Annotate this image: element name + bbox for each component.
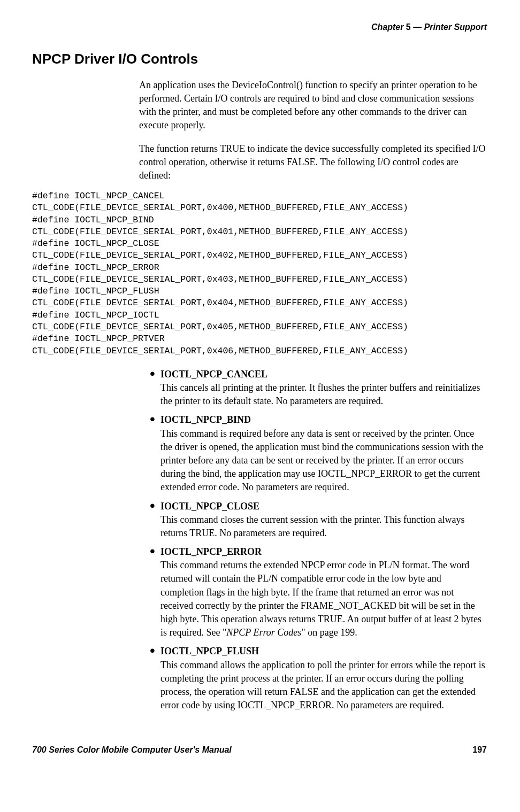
item-description: This command allows the application to p… (160, 659, 487, 713)
item-description: This command is required before any data… (160, 427, 487, 494)
section-title: NPCP Driver I/O Controls (32, 49, 487, 68)
code-definitions: #define IOCTL_NPCP_CANCEL CTL_CODE(FILE_… (32, 190, 487, 357)
item-title: IOCTL_NPCP_FLUSH (160, 645, 487, 658)
item-title: IOCTL_NPCP_BIND (160, 413, 487, 427)
desc-pre: This command returns the extended NPCP e… (160, 560, 481, 638)
page-header: Chapter 5 — Printer Support (32, 21, 487, 33)
item-title: IOCTL_NPCP_CANCEL (160, 368, 487, 381)
ioctl-list: IOCTL_NPCP_CANCEL This cancels all print… (139, 368, 487, 713)
item-description: This cancels all printing at the printer… (160, 381, 487, 408)
paragraph-1: An application uses the DeviceIoControl(… (139, 79, 487, 133)
paragraph-2: The function returns TRUE to indicate th… (139, 142, 487, 183)
header-separator: — (413, 22, 422, 32)
item-description: This command returns the extended NPCP e… (160, 559, 487, 639)
desc-italic: NPCP Error Codes (226, 627, 301, 638)
chapter-title: Printer Support (424, 22, 487, 32)
page-number: 197 (472, 744, 487, 756)
list-item: IOCTL_NPCP_BIND This command is required… (150, 413, 487, 494)
list-item: IOCTL_NPCP_CLOSE This command closes the… (150, 500, 487, 540)
chapter-number: 5 (406, 22, 411, 32)
chapter-label: Chapter (371, 22, 403, 32)
page-footer: 700 Series Color Mobile Computer User's … (32, 744, 487, 756)
item-description: This command closes the current session … (160, 513, 487, 540)
list-item: IOCTL_NPCP_ERROR This command returns th… (150, 545, 487, 639)
item-title: IOCTL_NPCP_ERROR (160, 545, 487, 559)
footer-title: 700 Series Color Mobile Computer User's … (32, 744, 232, 756)
desc-post: " on page 199. (301, 627, 357, 638)
list-item: IOCTL_NPCP_FLUSH This command allows the… (150, 645, 487, 712)
item-title: IOCTL_NPCP_CLOSE (160, 500, 487, 513)
list-item: IOCTL_NPCP_CANCEL This cancels all print… (150, 368, 487, 408)
